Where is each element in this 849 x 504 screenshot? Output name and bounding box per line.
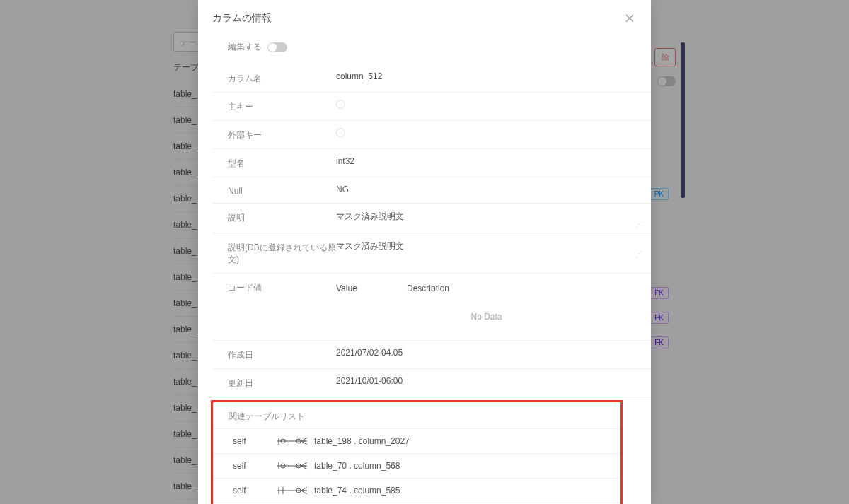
related-tables-title: 関連テーブルリスト xyxy=(213,402,620,428)
created-row: 作成日 2021/07/02-04:05 xyxy=(212,341,651,369)
code-table-header: Value Description xyxy=(336,281,637,300)
description-orig-label: 説明(DBに登録されている原文) xyxy=(212,240,336,266)
related-target: table_74 . column_585 xyxy=(314,486,400,496)
description-orig-textarea: マスク済み説明文 ⋰ xyxy=(336,240,637,255)
primary-key-label: 主キー xyxy=(212,100,336,113)
related-table-row[interactable]: selftable_74 . column_585 xyxy=(213,478,620,503)
modal-title: カラムの情報 xyxy=(212,12,272,25)
modal-body: 編集する カラム名 column_512 主キー 外部キー 型名 int32 N… xyxy=(198,35,651,504)
related-table-row[interactable]: selftable_198 . column_2027 xyxy=(213,428,620,453)
relation-symbol-icon xyxy=(268,436,314,446)
close-icon xyxy=(625,14,634,23)
edit-toggle-row: 編集する xyxy=(212,41,651,53)
relation-symbol-icon xyxy=(268,486,314,496)
null-label: Null xyxy=(212,184,336,196)
primary-key-row: 主キー xyxy=(212,93,651,121)
primary-key-value xyxy=(336,100,651,113)
related-table-row[interactable]: selftable_70 . column_568 xyxy=(213,453,620,478)
related-self-label: self xyxy=(233,461,268,471)
edit-toggle[interactable] xyxy=(267,42,287,52)
null-row: Null NG xyxy=(212,177,651,204)
column-info-modal: カラムの情報 編集する カラム名 column_512 主キー 外部キー 型名 … xyxy=(198,0,651,504)
primary-key-radio[interactable] xyxy=(336,100,345,109)
related-target: table_70 . column_568 xyxy=(314,461,400,471)
description-orig-row: 説明(DBに登録されている原文) マスク済み説明文 ⋰ xyxy=(212,233,651,274)
code-value-table: Value Description No Data xyxy=(336,281,651,333)
column-name-label: カラム名 xyxy=(212,71,336,85)
code-header-description: Description xyxy=(407,283,449,293)
description-textarea[interactable]: マスク済み説明文 ⋰ xyxy=(336,211,637,225)
related-self-label: self xyxy=(233,486,268,496)
column-name-value: column_512 xyxy=(336,71,651,85)
type-row: 型名 int32 xyxy=(212,149,651,177)
null-value: NG xyxy=(336,184,651,196)
foreign-key-radio[interactable] xyxy=(336,128,345,137)
resize-handle-icon: ⋰ xyxy=(635,221,642,228)
type-label: 型名 xyxy=(212,156,336,170)
code-value-row: コード値 Value Description No Data xyxy=(212,274,651,341)
code-value-label: コード値 xyxy=(212,281,336,333)
foreign-key-row: 外部キー xyxy=(212,121,651,149)
description-row: 説明 マスク済み説明文 ⋰ xyxy=(212,204,651,233)
description-value: マスク済み説明文 ⋰ xyxy=(336,211,651,225)
edit-label: 編集する xyxy=(228,41,262,53)
code-no-data: No Data xyxy=(336,300,637,333)
modal-header: カラムの情報 xyxy=(198,0,651,35)
created-label: 作成日 xyxy=(212,348,336,361)
close-button[interactable] xyxy=(623,11,637,25)
updated-row: 更新日 2021/10/01-06:00 xyxy=(212,369,651,397)
foreign-key-label: 外部キー xyxy=(212,128,336,141)
foreign-key-value xyxy=(336,128,651,141)
code-header-value: Value xyxy=(336,283,407,293)
description-label: 説明 xyxy=(212,211,336,225)
created-value: 2021/07/02-04:05 xyxy=(336,348,651,361)
related-target: table_198 . column_2027 xyxy=(314,436,410,446)
column-name-row: カラム名 column_512 xyxy=(212,64,651,93)
updated-value: 2021/10/01-06:00 xyxy=(336,376,651,389)
type-value: int32 xyxy=(336,156,651,170)
resize-handle-icon: ⋰ xyxy=(635,250,642,258)
related-tables-highlight: 関連テーブルリスト selftable_198 . column_2027sel… xyxy=(211,400,623,504)
relation-symbol-icon xyxy=(268,461,314,471)
updated-label: 更新日 xyxy=(212,376,336,389)
description-orig-value: マスク済み説明文 ⋰ xyxy=(336,240,651,266)
related-self-label: self xyxy=(233,436,268,446)
